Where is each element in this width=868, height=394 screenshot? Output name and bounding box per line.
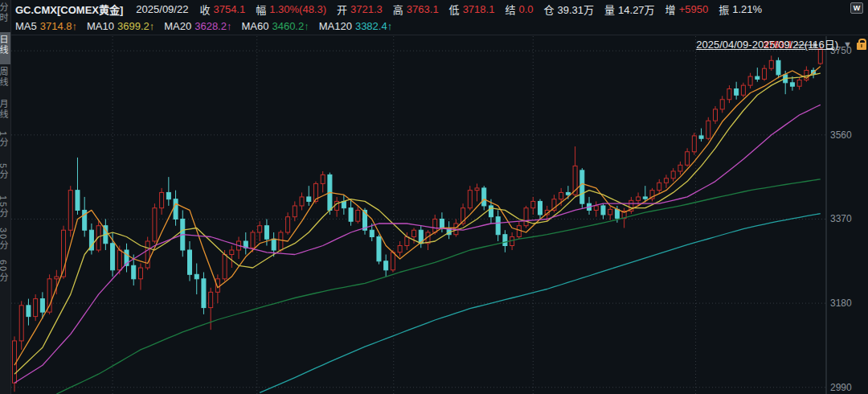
y-axis-label: 3180 — [830, 298, 852, 309]
y-axis-label: 3560 — [830, 129, 852, 141]
quote-field: 增+5950 — [665, 2, 709, 17]
ma-value: 3699.2↑ — [117, 20, 154, 32]
trading-app-window: 375035603370318029903763.1 分时日线周线月线1分5分1… — [0, 0, 868, 394]
quote-date: 2025/09/22 — [136, 3, 188, 15]
quote-field-value: 1.30%(48.3) — [269, 3, 326, 15]
quote-field-value: 0.0 — [518, 3, 533, 15]
sidebar-item-label: 60分 — [0, 260, 9, 283]
ma60-line — [56, 179, 821, 394]
sidebar-item-label: 周线 — [0, 67, 9, 88]
quote-field-label: 量 — [604, 2, 615, 17]
quote-field: 开3721.3 — [337, 2, 383, 17]
sidebar-item-2[interactable]: 周线 — [0, 64, 11, 96]
y-axis-label: 2990 — [830, 382, 852, 393]
grid: 37503560337031802990 — [11, 36, 852, 394]
period-sidebar[interactable]: 分时日线周线月线1分5分15分30分60分 — [0, 0, 11, 394]
quote-field: 振1.21% — [719, 2, 762, 17]
quote-header: GC.CMX[COMEX黄金] 2025/09/22 收3754.1幅1.30%… — [11, 0, 868, 35]
date-range-label[interactable]: 2025/04/09-2025/09/22(116日) — [696, 36, 838, 51]
sidebar-item-1[interactable]: 日线 — [0, 32, 11, 64]
quote-field: 结0.0 — [505, 2, 533, 17]
window-mode-icon[interactable]: W — [850, 2, 863, 14]
sidebar-item-label: 分时 — [0, 2, 9, 23]
sidebar-item-6[interactable]: 15分 — [0, 193, 11, 225]
quote-field-value: 1.21% — [732, 3, 762, 15]
sidebar-item-5[interactable]: 5分 — [0, 161, 11, 193]
quote-field-label: 仓 — [543, 2, 554, 17]
ma20-line — [14, 105, 821, 383]
quote-field-label: 增 — [665, 2, 676, 17]
quote-field-label: 收 — [199, 2, 210, 17]
ma-label: MA5 — [15, 20, 37, 32]
quote-row: GC.CMX[COMEX黄金] 2025/09/22 收3754.1幅1.30%… — [11, 0, 868, 18]
ma-label: MA60 — [241, 20, 268, 32]
quote-field-value: 3763.1 — [407, 3, 439, 15]
quote-field: 量14.27万 — [604, 2, 655, 17]
sidebar-item-4[interactable]: 1分 — [0, 129, 11, 161]
ma-value: 3628.2↑ — [194, 20, 231, 32]
ma-label: MA20 — [164, 20, 191, 32]
sidebar-item-label: 15分 — [0, 195, 9, 219]
sidebar-item-label: 5分 — [0, 163, 9, 180]
quote-field-label: 低 — [449, 2, 460, 17]
quote-fields: 收3754.1幅1.30%(48.3)开3721.3高3763.1低3718.1… — [199, 2, 762, 17]
candlestick-chart[interactable]: 375035603370318029903763.1 — [0, 0, 868, 394]
quote-field-value: 3718.1 — [463, 3, 495, 15]
sidebar-item-0[interactable]: 分时 — [0, 0, 11, 32]
quote-field: 幅1.30%(48.3) — [256, 2, 326, 17]
ma-legend-item-ma20: MA203628.2↑ — [164, 20, 231, 32]
quote-field-label: 结 — [505, 2, 515, 17]
quote-field-label: 开 — [337, 2, 347, 17]
ma-legend-item-ma60: MA603460.2↑ — [241, 20, 309, 32]
ma-legend-item-ma120: MA1203382.4↑ — [319, 20, 392, 32]
ma-label: MA120 — [319, 20, 352, 32]
ma120-line — [260, 214, 821, 393]
sidebar-item-8[interactable]: 60分 — [0, 257, 11, 289]
ma5-line — [14, 67, 821, 366]
ma-label: MA10 — [87, 20, 114, 32]
quote-field-value: 39.31万 — [558, 2, 595, 17]
ma-value: 3714.8↑ — [40, 20, 77, 32]
sidebar-item-label: 1分 — [0, 131, 9, 148]
ma-value: 3382.4↑ — [355, 20, 392, 32]
sidebar-item-3[interactable]: 月线 — [0, 96, 11, 129]
quote-field-value: 14.27万 — [618, 2, 655, 17]
quote-field-value: 3754.1 — [213, 3, 245, 15]
sidebar-item-label: 30分 — [0, 228, 9, 251]
candles — [13, 45, 823, 392]
symbol-name: GC.CMX[COMEX黄金] — [15, 2, 123, 17]
date-range-control: 2025/04/09-2025/09/22(116日) ▼ — [696, 35, 866, 52]
ma-value: 3460.2↑ — [272, 20, 309, 32]
quote-field: 高3763.1 — [393, 2, 439, 17]
sidebar-item-label: 日线 — [0, 35, 9, 55]
ma10-line — [14, 73, 821, 374]
sidebar-item-7[interactable]: 30分 — [0, 225, 11, 257]
quote-field-label: 振 — [719, 2, 729, 17]
quote-field: 仓39.31万 — [543, 2, 594, 17]
quote-field: 低3718.1 — [449, 2, 495, 17]
ma-legend-item-ma5: MA53714.8↑ — [15, 20, 77, 32]
quote-field-value: +5950 — [679, 3, 709, 15]
ma-legend-item-ma10: MA103699.2↑ — [87, 20, 154, 32]
chevron-down-icon[interactable]: ▼ — [843, 39, 852, 49]
lock-icon[interactable] — [857, 43, 866, 50]
quote-field-label: 幅 — [256, 2, 266, 17]
ma-legend: MA53714.8↑MA103699.2↑MA203628.2↑MA603460… — [15, 20, 392, 32]
quote-field: 收3754.1 — [199, 2, 245, 17]
sidebar-item-label: 月线 — [0, 99, 9, 120]
ma-row: MA53714.8↑MA103699.2↑MA203628.2↑MA603460… — [11, 18, 868, 35]
quote-field-label: 高 — [393, 2, 403, 17]
quote-field-value: 3721.3 — [350, 3, 383, 15]
y-axis-label: 3370 — [830, 213, 852, 224]
